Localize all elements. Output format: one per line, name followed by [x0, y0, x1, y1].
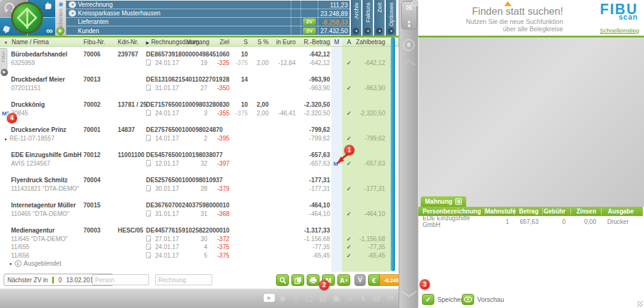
- collapse-down-icon[interactable]: [400, 290, 418, 298]
- vorschau-button[interactable]: [462, 294, 474, 305]
- document-icon[interactable]: [146, 60, 151, 66]
- document-icon[interactable]: [146, 236, 151, 242]
- approved-cell[interactable]: ✓: [342, 135, 356, 142]
- column-header-m[interactable]: M: [331, 37, 342, 46]
- approved-cell[interactable]: ✓: [342, 60, 356, 66]
- column-header-s-pct[interactable]: S %: [249, 39, 270, 45]
- close-icon[interactable]: ✕: [455, 198, 462, 205]
- resize-grip[interactable]: [637, 301, 643, 307]
- approved-cell[interactable]: ✓: [342, 252, 356, 259]
- circle-arrow-icon[interactable]: ◂: [69, 10, 76, 17]
- invoice-head-row[interactable]: Druckservice Prinz7000114837DE2757650010…: [0, 126, 399, 134]
- document-icon[interactable]: [146, 244, 151, 250]
- invoice-detail-row[interactable]: 632595924.01.1719-325-3752,00-12,84-642,…: [0, 59, 399, 67]
- invoice-head-row[interactable]: Druckbedarf Meier70013DE5131062154011022…: [0, 75, 399, 84]
- mahnung-column-betrag[interactable]: Betrag: [514, 208, 542, 215]
- summary-row[interactable]: ◂KundenZV27.432,50: [66, 26, 350, 35]
- table-scrollbar[interactable]: [391, 37, 395, 271]
- document-icon[interactable]: [146, 110, 151, 116]
- approved-cell[interactable]: ✓: [342, 236, 356, 242]
- column-header-rechnungsdatum[interactable]: Rechnungsdatum: [142, 39, 186, 45]
- column-header-s[interactable]: S: [231, 39, 249, 45]
- side-tab-optionen[interactable]: Optionen◂: [386, 0, 396, 36]
- column-header-name-firma[interactable]: Name / Firma: [0, 39, 80, 45]
- euro-icon[interactable]: €: [358, 293, 369, 302]
- invoice-head-row[interactable]: Internetagentur Müller70015DE36760700240…: [0, 201, 399, 210]
- expand-arrow-icon[interactable]: ▸: [10, 261, 12, 266]
- disk-icon[interactable]: ▣: [331, 293, 342, 302]
- invoice-detail-row[interactable]: ▸RE-11-07-1855714.01.172-395-799,62✓-799…: [0, 134, 399, 143]
- document-icon[interactable]: [146, 85, 151, 91]
- column-header-in-euro[interactable]: in Euro: [270, 39, 297, 45]
- mahnung-column-ausgabe[interactable]: Ausgabe: [601, 208, 640, 215]
- v-button[interactable]: V: [355, 274, 366, 286]
- collapse-up-icon[interactable]: [401, 59, 417, 66]
- summary-row[interactable]: ◂Kreissparkasse Musterhausen23.248,89: [66, 9, 350, 18]
- approved-cell[interactable]: ✓: [342, 210, 356, 217]
- document-icon[interactable]: [146, 210, 151, 217]
- pane-divider[interactable]: ✉ 0 ▾▾ 0: [399, 0, 418, 308]
- column-header-kdn-nr[interactable]: Kdn-Nr.: [114, 39, 142, 45]
- at-icon[interactable]: @: [371, 293, 383, 302]
- column-header-zahlbetrag[interactable]: Zahlbetrag: [356, 39, 393, 45]
- mail-button[interactable]: ✉ 0 ▾▾: [401, 1, 417, 29]
- invoice-head-row[interactable]: Medienagentur70003HESC/05DE4457761591025…: [0, 226, 399, 235]
- report-icon[interactable]: ▤: [317, 293, 329, 302]
- side-tab-zeit[interactable]: Zeit◂: [374, 0, 385, 36]
- document-icon[interactable]: [146, 135, 151, 141]
- schnelleinstieg-link[interactable]: Schnelleinstieg: [600, 27, 639, 34]
- invoice-head-row[interactable]: Flyerdruck Schmitz70004DE525765001000980…: [0, 176, 399, 185]
- person-search-input[interactable]: [92, 274, 149, 285]
- invoice-detail-row[interactable]: 3084524.01.173-355-3752,00-46,41-2.320,5…: [0, 109, 399, 118]
- invoice-head-row[interactable]: Bürobedarfshandel70006239767DE8657391800…: [0, 50, 399, 59]
- speichern-button[interactable]: ✓: [422, 294, 434, 305]
- approved-cell[interactable]: ✓: [342, 185, 356, 192]
- hidden-rows-line[interactable]: ▸1Ausgeblendet: [0, 260, 399, 268]
- summary-row[interactable]: ◂Verrechnung111,23: [66, 1, 350, 9]
- column-header-a[interactable]: A: [342, 39, 356, 45]
- play-icon[interactable]: ▶: [264, 294, 275, 302]
- edit-strip[interactable]: Bearbeiten ▶: [55, 0, 66, 36]
- print-button[interactable]: [307, 274, 320, 286]
- column-header-vorgang[interactable]: Vorgang: [186, 39, 211, 45]
- mahnung-tab[interactable]: Mahnung ✕: [421, 196, 466, 207]
- mail-icon[interactable]: ✉: [385, 293, 396, 302]
- approved-cell[interactable]: ✓: [342, 110, 356, 117]
- approved-cell[interactable]: ✓: [342, 244, 356, 250]
- invoice-detail-row[interactable]: 07201115131.01.1727-350-963,90✓-963,90: [0, 84, 399, 93]
- rechnung-search-input[interactable]: [155, 274, 212, 285]
- face-icon[interactable]: ☺: [344, 293, 356, 302]
- frame-icon[interactable]: ▢: [304, 293, 315, 302]
- approved-cell[interactable]: ✓: [342, 85, 356, 91]
- side-tab-faktura[interactable]: Faktura◂: [362, 0, 373, 36]
- mahnung-column-mahnstufe[interactable]: Mahnstufe: [485, 208, 514, 215]
- mahnung-column-zinsen[interactable]: Zinsen: [570, 208, 601, 215]
- summary-row[interactable]: ◂LieferantenZV-8.258,33: [66, 18, 350, 26]
- invoice-detail-row[interactable]: 111431821 "DTA-DEMO"30.01.1728-379-177,3…: [0, 185, 399, 193]
- mahnung-column-personbezeichnung[interactable]: Personbezeichnung: [418, 208, 485, 215]
- filter-expand-icon[interactable]: ▶: [1, 69, 8, 76]
- search-button[interactable]: [276, 274, 289, 286]
- side-tab-archiv[interactable]: Archiv◂: [351, 0, 361, 36]
- document-icon[interactable]: [146, 252, 151, 258]
- mahnung-table-row[interactable]: EDE Einzugshilfe GmbH1657,6300,00Drucker: [418, 217, 643, 226]
- vorschau-label[interactable]: Vorschau: [477, 296, 504, 303]
- copy-button[interactable]: [291, 274, 304, 286]
- invoice-detail-row[interactable]: 11/65624.01.175-375-65,45✓-65,45: [0, 252, 399, 260]
- abschreiben-button[interactable]: Ax: [337, 274, 350, 286]
- invoice-head-row[interactable]: Druckkönig7000213781 / 25DE7157650010009…: [0, 101, 399, 109]
- expand-arrow-icon[interactable]: ▸: [5, 137, 7, 141]
- light-icon[interactable]: ☼: [290, 293, 302, 302]
- column-header-ziel[interactable]: Ziel: [211, 39, 231, 45]
- invoice-detail-row[interactable]: 11/645 "DTA-DEMO"27.01.1730-372-1.156,68…: [0, 235, 399, 244]
- invoice-detail-row[interactable]: 110465 "DTA-DEMO"31.01.1731-368-464,10✓-…: [0, 210, 399, 218]
- eye-icon[interactable]: ◉: [277, 293, 288, 302]
- column-header-r-betrag[interactable]: R.-Betrag: [297, 39, 331, 45]
- kunden-expand-icon[interactable]: ▶: [56, 27, 64, 35]
- circle-arrow-icon[interactable]: ◂: [69, 1, 76, 8]
- document-icon[interactable]: [146, 160, 151, 166]
- column-header-fibu-nr[interactable]: Fibu-Nr.: [80, 39, 114, 45]
- mahnung-column-geb-hr[interactable]: Gebühr: [542, 208, 570, 215]
- document-icon[interactable]: [146, 185, 151, 191]
- invoice-detail-row[interactable]: 11/65524.01.174-375-77,35✓-77,35: [0, 243, 399, 252]
